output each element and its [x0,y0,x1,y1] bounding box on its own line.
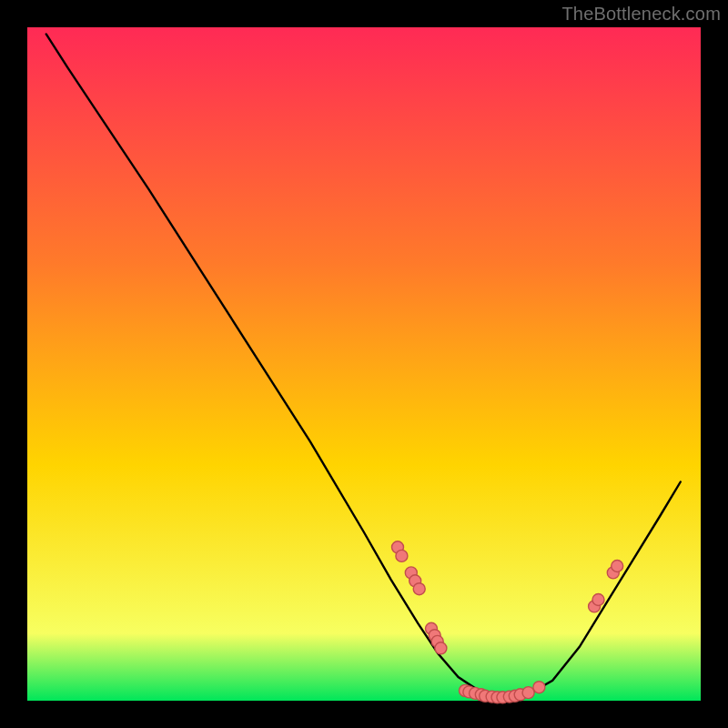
watermark-label: TheBottleneck.com [561,4,721,25]
bottleneck-chart [0,0,728,728]
chart-root: TheBottleneck.com [0,0,728,728]
curve-marker [396,550,408,561]
curve-marker [533,682,545,693]
curve-marker [522,687,534,699]
curve-marker [413,583,425,595]
curve-marker [435,642,447,654]
curve-marker [612,561,623,572]
curve-marker [592,594,604,606]
